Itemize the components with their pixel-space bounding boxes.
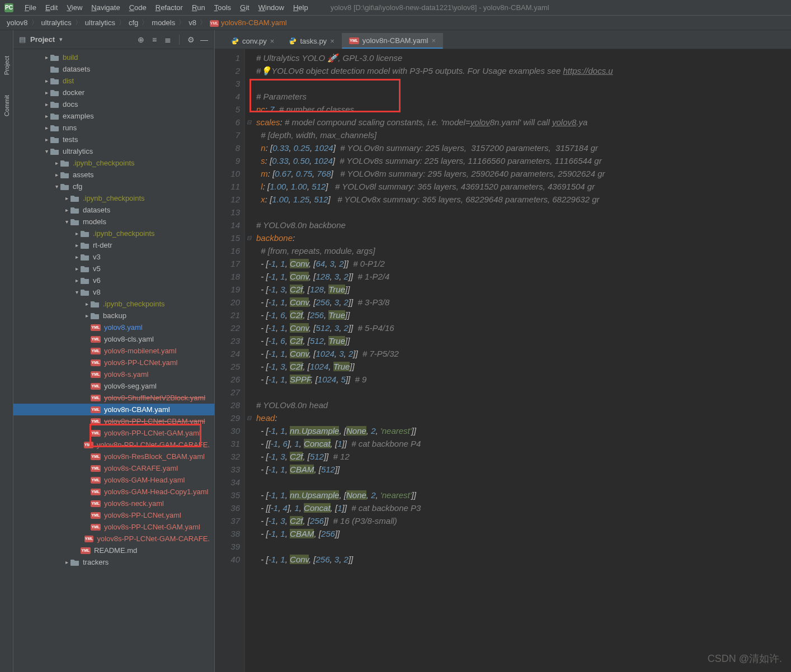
fold-marker[interactable] [245,206,253,219]
folder-v3[interactable]: ▸v3 [13,251,214,263]
code-line-1[interactable]: # Ultralytics YOLO 🚀, GPL-3.0 license [256,51,791,64]
code-line-34[interactable] [256,476,791,489]
file-yolov8-s.yaml[interactable]: YMLyolov8-s.yaml [13,368,214,380]
fold-marker[interactable] [245,360,253,373]
code-line-15[interactable]: backbone: [256,231,791,244]
file-yolov8s-GAM-Head.yaml[interactable]: YMLyolov8s-GAM-Head.yaml [13,474,214,486]
code-line-2[interactable]: #💡YOLOv8 object detection model with P3-… [256,64,791,77]
menu-refactor[interactable]: Refactor [151,2,187,13]
file-yolov8-PP-LCNet.yaml[interactable]: YMLyolov8-PP-LCNet.yaml [13,357,214,368]
code-line-20[interactable]: - [-1, 1, Conv, [256, 3, 2]] # 3-P3/8 [256,296,791,309]
file-yolov8-cls.yaml[interactable]: YMLyolov8-cls.yaml [13,333,214,345]
code-line-36[interactable]: - [[-1, 4], 1, Concat, [1]] # cat backbo… [256,501,791,514]
fold-marker[interactable] [245,141,253,154]
menu-window[interactable]: Window [254,2,289,13]
folder-.ipynb_checkpoints[interactable]: ▸.ipynb_checkpoints [13,192,214,204]
file-yolov8s-PP-LCNet.yaml[interactable]: YMLyolov8s-PP-LCNet.yaml [13,509,214,521]
code-line-31[interactable]: - [[-1, 6], 1, Concat, [1]] # cat backbo… [256,437,791,450]
expand-chevron-icon[interactable]: ▸ [43,136,50,143]
fold-marker[interactable] [245,244,253,257]
code-line-38[interactable]: - [-1, 1, CBAM, [256]] [256,527,791,540]
code-line-28[interactable]: # YOLOv8.0n head [256,399,791,411]
fold-marker[interactable] [245,463,253,476]
file-yolov8n-PP-LCNet-CBAM.yaml[interactable]: YMLyolov8n-PP-LCNet-CBAM.yaml [13,415,214,427]
close-tab-icon[interactable]: × [270,37,275,45]
expand-chevron-icon[interactable]: ▸ [83,313,91,319]
expand-chevron-icon[interactable]: ▸ [73,266,81,272]
fold-marker[interactable] [245,424,253,437]
code-line-14[interactable]: # YOLOv8.0n backbone [256,219,791,231]
fold-marker[interactable] [245,334,253,347]
fold-marker[interactable] [245,180,253,193]
fold-marker[interactable] [245,489,253,501]
fold-marker[interactable] [245,514,253,527]
file-yolov8s-CARAFE.yaml[interactable]: YMLyolov8s-CARAFE.yaml [13,462,214,474]
fold-gutter[interactable]: ⊟⊟⊟ [245,49,253,672]
fold-marker[interactable] [245,51,253,64]
commit-tool-tab[interactable]: Commit [2,92,11,120]
code-line-3[interactable] [256,77,791,90]
project-tool-tab[interactable]: Project [2,53,11,78]
expand-chevron-icon[interactable]: ▸ [73,230,81,236]
folder-trackers[interactable]: ▸trackers [13,556,214,568]
expand-chevron-icon[interactable]: ▸ [43,101,50,107]
file-yolov8-seg.yaml[interactable]: YMLyolov8-seg.yaml [13,380,214,392]
expand-chevron-icon[interactable]: ▸ [53,160,60,166]
breadcrumb-segment[interactable]: yolov8 [7,18,28,27]
file-yolov8-mobilenet.yaml[interactable]: YMLyolov8-mobilenet.yaml [13,345,214,357]
expand-chevron-icon[interactable]: ▸ [43,113,50,119]
code-line-8[interactable]: n: [0.33, 0.25, 1024] # YOLOv8n summary:… [256,141,791,154]
code-line-19[interactable]: - [-1, 3, C2f, [128, True]] [256,283,791,296]
file-README.md[interactable]: YMLREADME.md [13,545,214,556]
code-editor[interactable]: 1234567891011121314151617181920212223242… [215,49,791,672]
code-line-9[interactable]: s: [0.33, 0.50, 1024] # YOLOv8s summary:… [256,154,791,167]
file-yolov8.yaml[interactable]: YMLyolov8.yaml [13,321,214,333]
breadcrumb-segment[interactable]: ultralytics [41,18,72,27]
file-yolov8n-ResBlock_CBAM.yaml[interactable]: YMLyolov8n-ResBlock_CBAM.yaml [13,451,214,462]
folder-v8[interactable]: ▾v8 [13,286,214,298]
expand-chevron-icon[interactable]: ▸ [73,242,81,248]
filter-icon[interactable]: ≡ [150,35,159,44]
expand-chevron-icon[interactable]: ▸ [63,195,70,201]
folder-v5[interactable]: ▸v5 [13,263,214,275]
fold-marker[interactable] [245,347,253,360]
fold-marker[interactable] [245,450,253,463]
expand-chevron-icon[interactable]: ▸ [43,89,50,96]
code-line-27[interactable] [256,386,791,399]
code-line-16[interactable]: # [from, repeats, module, args] [256,244,791,257]
code-line-40[interactable]: - [-1, 1, Conv, [256, 3, 2]] [256,553,791,566]
fold-marker[interactable] [245,399,253,411]
code-line-6[interactable]: scales: # model compound scaling constan… [256,116,791,129]
expand-chevron-icon[interactable]: ▸ [53,172,60,178]
folder-dist[interactable]: ▸dist [13,75,214,87]
fold-marker[interactable] [245,540,253,553]
folder-models[interactable]: ▾models [13,216,214,228]
fold-marker[interactable] [245,154,253,167]
fold-marker[interactable] [245,90,253,103]
file-yolov8-ShuffleNetV2Block.yaml[interactable]: YMLyolov8-ShuffleNetV2Block.yaml [13,392,214,404]
code-line-37[interactable]: - [-1, 3, C2f, [256]] # 16 (P3/8-small) [256,514,791,527]
code-line-10[interactable]: m: [0.67, 0.75, 768] # YOLOv8m summary: … [256,167,791,180]
menu-code[interactable]: Code [125,2,151,13]
code-line-23[interactable]: - [-1, 6, C2f, [512, True]] [256,334,791,347]
fold-marker[interactable] [245,527,253,540]
close-tab-icon[interactable]: × [330,37,335,45]
folder-.ipynb_checkpoints[interactable]: ▸.ipynb_checkpoints [13,298,214,310]
fold-marker[interactable] [245,296,253,309]
code-line-13[interactable] [256,206,791,219]
file-yolov8s-PP-LCNet-GAM-CARAFE.[interactable]: YMLyolov8s-PP-LCNet-GAM-CARAFE. [13,533,214,545]
editor-tab-yolov8n-CBAM.yaml[interactable]: YMLyolov8n-CBAM.yaml× [342,33,443,49]
breadcrumb-segment[interactable]: cfg [129,18,138,27]
fold-marker[interactable] [245,283,253,296]
breadcrumb-segment[interactable]: YMLyolov8n-CBAM.yaml [210,18,287,27]
code-line-4[interactable]: # Parameters [256,90,791,103]
expand-chevron-icon[interactable]: ▸ [73,254,81,260]
folder-v6[interactable]: ▸v6 [13,275,214,286]
expand-chevron-icon[interactable]: ▸ [43,54,50,60]
code-line-12[interactable]: x: [1.00, 1.25, 512] # YOLOv8x summary: … [256,193,791,206]
breadcrumb-segment[interactable]: v8 [189,18,196,27]
breadcrumb-segment[interactable]: ultralytics [85,18,115,27]
folder-examples[interactable]: ▸examples [13,110,214,122]
fold-marker[interactable] [245,103,253,116]
expand-chevron-icon[interactable]: ▾ [53,183,60,190]
